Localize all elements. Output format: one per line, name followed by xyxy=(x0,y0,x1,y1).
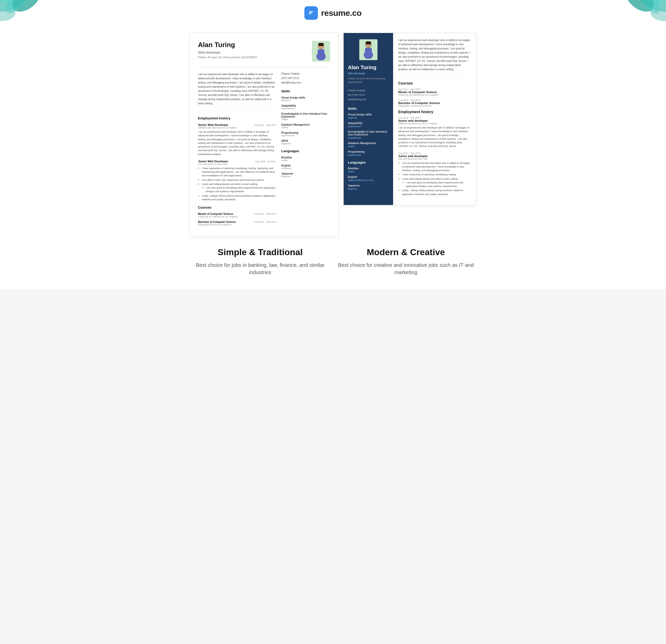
svg-rect-11 xyxy=(309,13,312,13)
job2-company: Zoe and Bosert at New York xyxy=(198,163,276,165)
modern-main: I am an experienced web developer who is… xyxy=(393,33,476,205)
resume-comparison: Alan Turing Web developer Poland, 40 yea… xyxy=(190,33,476,237)
trad-right: Poland, Kraków (917) 407-5112 alan@turin… xyxy=(281,72,330,229)
trad-contact: Poland, Kraków (917) 407-5112 alan@turin… xyxy=(281,72,330,84)
job1-date: Aug 2013 - Sep 2019 xyxy=(254,124,276,126)
modern-languages-title: Languages xyxy=(348,160,389,164)
traditional-label-title: Simple & Traditional xyxy=(190,247,330,257)
modern-job2-bullets: I am an experienced web developer who is… xyxy=(398,161,471,196)
traditional-label-desc: Best choice for jobs in banking, law, fi… xyxy=(190,262,330,276)
modern-skills-title: Skills xyxy=(348,107,389,110)
modern-name: Alan Turing xyxy=(348,64,389,71)
resume-traditional: Alan Turing Web developer Poland, 40 yea… xyxy=(190,33,338,237)
modern-job-1: Aug 2013 - Sep 2019 Senior web developer… xyxy=(398,117,471,148)
svg-rect-10 xyxy=(309,11,313,12)
modern-label-title: Modern & Creative xyxy=(336,247,476,257)
modern-employment-title: Employment history xyxy=(398,110,471,114)
bottom-labels: Simple & Traditional Best choice for job… xyxy=(190,247,476,276)
svg-rect-12 xyxy=(309,14,311,14)
modern-course-2: Aug 2011 - Sep 2019 Bachelor of Computer… xyxy=(398,99,471,107)
logo-icon xyxy=(304,6,318,20)
svg-rect-17 xyxy=(318,43,324,46)
modern-skills-list: Visual design skills Beginner Adaptabili… xyxy=(348,113,389,156)
job1-desc: I am an experienced web developer who is… xyxy=(198,130,276,156)
page-wrapper: resume.co Alan Turing Web developer Pola… xyxy=(0,0,666,289)
trad-languages-list: Brazilian Native English Advanced Japane… xyxy=(281,156,330,178)
modern-contact: Poland, Kraków (917) 407-5112 alan@turin… xyxy=(348,88,389,102)
job1-company: Millbank and Morrison at Los Angeles xyxy=(198,126,276,129)
courses-title: Courses xyxy=(198,205,276,209)
logo-text: resume.co xyxy=(321,8,362,18)
trad-avatar xyxy=(312,41,330,61)
modern-meta: Poland, 40 years old, Driving license №D… xyxy=(348,77,389,84)
modern-course-1: Aug 2011 - Sep 2019 Master of Computer S… xyxy=(398,88,471,96)
modern-languages-list: Brazilian Native English Highly proficie… xyxy=(348,167,389,190)
trad-title: Web developer xyxy=(198,51,257,54)
trad-languages-title: Languages xyxy=(281,149,330,153)
modern-sidebar: Alan Turing Web developer Poland, 40 yea… xyxy=(344,33,393,205)
header: resume.co xyxy=(0,0,666,25)
trad-name: Alan Turing xyxy=(198,41,257,49)
modern-label-desc: Best choice for creative and innovative … xyxy=(336,262,476,276)
trad-meta: Poland, 40 years old, Driving license №D… xyxy=(198,56,257,59)
modern-summary: I am an experienced web developer who is… xyxy=(398,38,471,76)
trad-skills-list: Visual design skills Beginner Adaptabili… xyxy=(281,96,330,145)
traditional-label: Simple & Traditional Best choice for job… xyxy=(190,247,330,276)
job-entry-1: Senior Web Developer Aug 2013 - Sep 2019… xyxy=(198,123,276,156)
svg-rect-15 xyxy=(318,49,325,55)
job2-title: Junior Web Developer xyxy=(198,160,228,163)
modern-courses-title: Courses xyxy=(398,81,471,85)
trad-left: I am an experienced web developer who is… xyxy=(198,72,276,229)
course-2: Bachelor of Computer Science Aug 2011 - … xyxy=(198,220,276,226)
svg-rect-20 xyxy=(365,48,372,53)
job1-title: Senior Web Developer xyxy=(198,123,228,126)
job2-date: Aug 2008 - Jul 2011 xyxy=(255,160,276,163)
job-entry-2: Junior Web Developer Aug 2008 - Jul 2011… xyxy=(198,160,276,201)
svg-rect-22 xyxy=(366,41,371,44)
modern-job-2: Aug 2011 - Sep 2019 Junior web developer… xyxy=(398,152,471,196)
trad-header: Alan Turing Web developer Poland, 40 yea… xyxy=(198,41,330,67)
resume-modern: Alan Turing Web developer Poland, 40 yea… xyxy=(344,33,476,205)
trad-name-section: Alan Turing Web developer Poland, 40 yea… xyxy=(198,41,257,59)
job2-bullets: I have experience in planning, developin… xyxy=(198,166,276,201)
course-1: Master of Computer Science Aug 2011 - Se… xyxy=(198,213,276,218)
trad-skills-title: Skills xyxy=(281,89,330,93)
employment-title: Employment history xyxy=(198,116,276,120)
trad-summary: I am an experienced web developer who is… xyxy=(198,72,276,111)
modern-job-title: Web developer xyxy=(348,72,389,75)
modern-label: Modern & Creative Best choice for creati… xyxy=(336,247,476,276)
modern-avatar xyxy=(359,39,378,60)
trad-body: I am an experienced web developer who is… xyxy=(198,72,330,229)
main-content: Alan Turing Web developer Poland, 40 yea… xyxy=(0,25,666,289)
